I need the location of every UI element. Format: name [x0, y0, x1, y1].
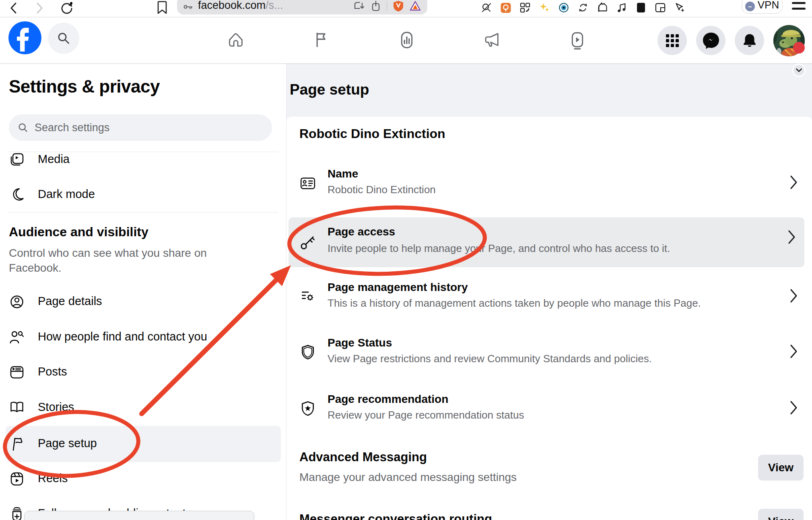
sidebar-section-description: Control who can see what you share on Fa…: [9, 246, 250, 275]
sparkles-extension-icon[interactable]: [539, 2, 550, 13]
settings-row-page-status[interactable]: Page Status View Page restrictions and r…: [286, 333, 812, 372]
sidebar-title: Settings & privacy: [9, 76, 160, 97]
media-icon: [9, 152, 25, 168]
sidebar-item-label: Page setup: [38, 437, 97, 450]
insights-nav-icon[interactable]: [398, 31, 416, 50]
sidebar-item-label: Reels: [38, 472, 68, 485]
messenger-button[interactable]: [696, 26, 725, 55]
row-title: Page management history: [328, 281, 468, 294]
black-square-extension-icon[interactable]: [636, 2, 646, 13]
video-nav-icon[interactable]: [568, 31, 587, 50]
page-name-heading: Robotic Dino Extinction: [299, 126, 445, 141]
reload-icon[interactable]: [60, 2, 72, 15]
browser-toolbar: facebook.com/s...: [0, 0, 812, 17]
row-title: Name: [328, 167, 358, 180]
key-icon: [299, 233, 317, 251]
book-icon: [9, 400, 25, 416]
extension-row: [481, 0, 685, 15]
settings-row-page-access[interactable]: Page access Invite people to help manage…: [289, 217, 804, 267]
url-bar[interactable]: facebook.com/s...: [177, 0, 427, 14]
sidebar-item-page-setup[interactable]: Page setup: [0, 426, 286, 462]
vpn-status-icon: –: [745, 2, 755, 11]
row-title: Page recommendation: [328, 393, 448, 406]
sidebar-item-stories[interactable]: Stories: [0, 390, 286, 425]
eye-extension-icon[interactable]: [559, 2, 569, 13]
passkey-icon: [183, 2, 193, 12]
search-settings-box[interactable]: [9, 114, 272, 141]
main-content: Page setup Robotic Dino Extinction Name …: [286, 64, 812, 520]
settings-sidebar: Settings & privacy Media Dark mode Audie…: [0, 64, 286, 520]
vpn-button[interactable]: – VPN: [742, 0, 783, 14]
search-settings-input[interactable]: [35, 122, 263, 134]
settings-row-name[interactable]: Name Robotic Dino Extinction: [286, 164, 812, 203]
music-notes-extension-icon[interactable]: [616, 2, 627, 13]
row-subtitle: View Page restrictions and review Commun…: [328, 353, 652, 365]
reader-download-icon[interactable]: [354, 1, 365, 11]
page-setup-card: Robotic Dino Extinction Name Robotic Din…: [286, 117, 812, 520]
moon-icon: [9, 187, 25, 203]
person-circle-icon: [9, 294, 25, 310]
home-nav-icon[interactable]: [227, 31, 245, 49]
person-plus-icon: [9, 506, 25, 520]
settings-row-page-recommendation[interactable]: Page recommendation Review your Page rec…: [286, 390, 812, 428]
notifications-button[interactable]: [735, 26, 764, 55]
facebook-header: [0, 17, 812, 64]
cursor-sparkle-extension-icon[interactable]: [674, 2, 685, 13]
chevron-right-icon: [787, 229, 796, 245]
row-subtitle: Review your Page recommendation status: [328, 409, 524, 421]
sidebar-item-reels[interactable]: Reels: [0, 461, 286, 497]
notification-dot: [793, 42, 805, 54]
section-subtitle: Manage your advanced messaging settings: [299, 471, 517, 484]
orange-shield-extension-icon[interactable]: [393, 0, 404, 12]
back-icon[interactable]: [9, 2, 19, 14]
facebook-logo[interactable]: [8, 21, 41, 54]
qr-extension-icon[interactable]: [520, 2, 530, 13]
search-button[interactable]: [48, 23, 79, 54]
section-title-messenger-routing: Messenger conversation routing: [299, 512, 492, 520]
row-subtitle: Invite people to help manage your Page, …: [328, 242, 670, 255]
sidebar-item-page-details[interactable]: Page details: [0, 284, 286, 320]
shield-star-icon: [299, 400, 316, 417]
chevron-right-icon: [789, 400, 798, 415]
sidebar-section-heading: Audience and visibility: [9, 225, 148, 239]
chevron-right-icon: [789, 175, 798, 190]
window-extension-icon[interactable]: [655, 2, 666, 13]
sidebar-item-dark-mode[interactable]: Dark mode: [0, 177, 286, 213]
bookmark-icon[interactable]: [157, 1, 167, 14]
messenger-icon: [702, 31, 720, 50]
sidebar-item-media[interactable]: Media: [0, 142, 286, 177]
vpn-label: VPN: [758, 0, 779, 11]
search-disabled-icon[interactable]: [481, 2, 492, 13]
ads-megaphone-nav-icon[interactable]: [483, 31, 501, 49]
sidebar-item-posts[interactable]: Posts: [0, 355, 286, 390]
row-subtitle: This is a history of management actions …: [328, 297, 701, 310]
bell-icon: [741, 32, 758, 49]
row-subtitle: Robotic Dino Extinction: [328, 184, 436, 196]
forward-icon[interactable]: [35, 2, 44, 14]
sidebar-item-label: Media: [38, 153, 70, 166]
browser-menu-icon[interactable]: [792, 2, 806, 13]
search-icon: [18, 122, 28, 133]
chevron-right-icon: [789, 288, 798, 303]
history-gear-icon: [299, 288, 316, 305]
bat-triangle-extension-icon[interactable]: [410, 1, 421, 11]
section-title-advanced-messaging: Advanced Messaging: [299, 450, 427, 464]
flag-icon: [9, 436, 25, 452]
ghost-extension-icon[interactable]: [597, 2, 608, 13]
shield-icon: [299, 344, 316, 361]
row-title: Page access: [328, 225, 395, 238]
view-messenger-routing-button[interactable]: View: [758, 509, 804, 520]
pages-flag-nav-icon[interactable]: [312, 31, 330, 49]
row-title: Page Status: [328, 336, 392, 349]
mail-extension-icon[interactable]: [501, 2, 511, 13]
recycle-extension-icon[interactable]: [578, 2, 588, 13]
chevron-right-icon: [789, 344, 798, 359]
settings-row-management-history[interactable]: Page management history This is a histor…: [286, 278, 812, 316]
account-chevron-icon[interactable]: [793, 65, 804, 76]
view-advanced-messaging-button[interactable]: View: [758, 455, 804, 481]
person-search-icon: [9, 329, 25, 345]
url-text: facebook.com/s...: [198, 0, 283, 12]
apps-menu-button[interactable]: [657, 26, 687, 55]
share-icon[interactable]: [371, 0, 381, 12]
sidebar-item-how-people-find[interactable]: How people find and contact you: [0, 320, 286, 355]
